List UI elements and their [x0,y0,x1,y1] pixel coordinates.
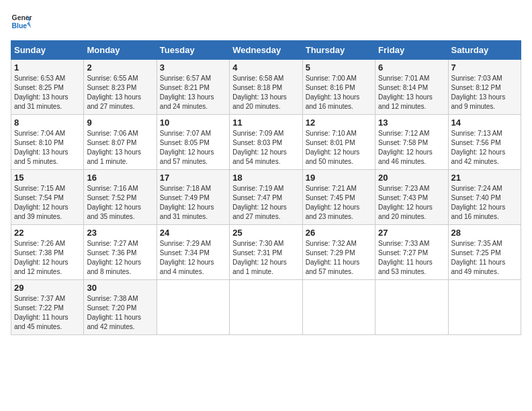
day-info: Sunrise: 7:33 AM Sunset: 7:27 PM Dayligh… [378,239,445,277]
day-cell: 15Sunrise: 7:15 AM Sunset: 7:54 PM Dayli… [11,170,84,225]
day-info: Sunrise: 7:26 AM Sunset: 7:38 PM Dayligh… [14,239,81,277]
col-header-sunday: Sunday [11,41,84,60]
col-header-friday: Friday [375,41,448,60]
day-cell: 6Sunrise: 7:01 AM Sunset: 8:14 PM Daylig… [375,60,448,115]
day-cell: 2Sunrise: 6:55 AM Sunset: 8:23 PM Daylig… [84,60,157,115]
day-info: Sunrise: 7:38 AM Sunset: 7:20 PM Dayligh… [87,294,153,332]
day-info: Sunrise: 7:04 AM Sunset: 8:10 PM Dayligh… [14,129,81,167]
day-cell: 22Sunrise: 7:26 AM Sunset: 7:38 PM Dayli… [11,225,84,280]
week-row-3: 15Sunrise: 7:15 AM Sunset: 7:54 PM Dayli… [11,170,521,225]
day-cell: 28Sunrise: 7:35 AM Sunset: 7:25 PM Dayli… [448,225,521,280]
day-info: Sunrise: 7:16 AM Sunset: 7:52 PM Dayligh… [87,184,153,222]
week-row-2: 8Sunrise: 7:04 AM Sunset: 8:10 PM Daylig… [11,115,521,170]
day-cell [302,280,375,335]
logo: General Blue [11,11,32,32]
day-cell: 17Sunrise: 7:18 AM Sunset: 7:49 PM Dayli… [157,170,229,225]
day-info: Sunrise: 7:03 AM Sunset: 8:12 PM Dayligh… [451,74,518,111]
day-cell: 18Sunrise: 7:19 AM Sunset: 7:47 PM Dayli… [230,170,302,225]
day-number: 26 [306,228,372,238]
day-number: 27 [378,228,445,238]
day-cell [375,280,448,335]
day-cell: 25Sunrise: 7:30 AM Sunset: 7:31 PM Dayli… [230,225,302,280]
col-header-thursday: Thursday [302,41,375,60]
day-cell [157,280,229,335]
day-number: 19 [306,173,372,183]
day-number: 2 [87,62,153,73]
day-info: Sunrise: 7:37 AM Sunset: 7:22 PM Dayligh… [14,294,81,332]
day-cell: 3Sunrise: 6:57 AM Sunset: 8:21 PM Daylig… [157,60,229,115]
day-number: 1 [14,62,81,73]
day-number: 11 [232,118,299,128]
day-number: 9 [87,118,153,128]
day-number: 20 [378,173,445,183]
week-row-1: 1Sunrise: 6:53 AM Sunset: 8:25 PM Daylig… [11,60,521,115]
day-info: Sunrise: 7:12 AM Sunset: 7:58 PM Dayligh… [378,129,445,167]
day-info: Sunrise: 7:15 AM Sunset: 7:54 PM Dayligh… [14,184,81,222]
day-cell: 23Sunrise: 7:27 AM Sunset: 7:36 PM Dayli… [84,225,157,280]
day-cell: 19Sunrise: 7:21 AM Sunset: 7:45 PM Dayli… [302,170,375,225]
day-number: 28 [451,228,518,238]
day-cell: 24Sunrise: 7:29 AM Sunset: 7:34 PM Dayli… [157,225,229,280]
day-number: 4 [232,62,299,73]
day-cell: 14Sunrise: 7:13 AM Sunset: 7:56 PM Dayli… [448,115,521,170]
day-cell: 29Sunrise: 7:37 AM Sunset: 7:22 PM Dayli… [11,280,84,335]
svg-text:Blue: Blue [12,22,28,30]
day-cell: 12Sunrise: 7:10 AM Sunset: 8:01 PM Dayli… [302,115,375,170]
day-info: Sunrise: 6:53 AM Sunset: 8:25 PM Dayligh… [14,74,81,111]
day-cell: 13Sunrise: 7:12 AM Sunset: 7:58 PM Dayli… [375,115,448,170]
week-row-5: 29Sunrise: 7:37 AM Sunset: 7:22 PM Dayli… [11,280,521,335]
day-info: Sunrise: 7:24 AM Sunset: 7:40 PM Dayligh… [451,184,518,222]
day-info: Sunrise: 6:55 AM Sunset: 8:23 PM Dayligh… [87,74,153,111]
day-number: 10 [160,118,226,128]
day-cell: 4Sunrise: 6:58 AM Sunset: 8:18 PM Daylig… [230,60,302,115]
col-header-saturday: Saturday [448,41,521,60]
day-info: Sunrise: 6:57 AM Sunset: 8:21 PM Dayligh… [160,74,226,111]
col-header-tuesday: Tuesday [157,41,229,60]
day-info: Sunrise: 7:32 AM Sunset: 7:29 PM Dayligh… [306,239,372,277]
day-cell: 16Sunrise: 7:16 AM Sunset: 7:52 PM Dayli… [84,170,157,225]
day-number: 18 [232,173,299,183]
day-number: 7 [451,62,518,73]
day-number: 15 [14,173,81,183]
day-info: Sunrise: 7:00 AM Sunset: 8:16 PM Dayligh… [306,74,372,111]
day-info: Sunrise: 7:29 AM Sunset: 7:34 PM Dayligh… [160,239,226,277]
day-cell: 8Sunrise: 7:04 AM Sunset: 8:10 PM Daylig… [11,115,84,170]
day-number: 8 [14,118,81,128]
day-number: 16 [87,173,153,183]
day-cell: 5Sunrise: 7:00 AM Sunset: 8:16 PM Daylig… [302,60,375,115]
day-info: Sunrise: 7:19 AM Sunset: 7:47 PM Dayligh… [232,184,299,222]
day-number: 3 [160,62,226,73]
col-header-monday: Monday [84,41,157,60]
day-number: 25 [232,228,299,238]
calendar-table: SundayMondayTuesdayWednesdayThursdayFrid… [11,40,521,335]
day-info: Sunrise: 7:35 AM Sunset: 7:25 PM Dayligh… [451,239,518,277]
day-number: 12 [306,118,372,128]
day-info: Sunrise: 7:13 AM Sunset: 7:56 PM Dayligh… [451,129,518,167]
day-info: Sunrise: 7:10 AM Sunset: 8:01 PM Dayligh… [306,129,372,167]
week-row-4: 22Sunrise: 7:26 AM Sunset: 7:38 PM Dayli… [11,225,521,280]
day-cell: 11Sunrise: 7:09 AM Sunset: 8:03 PM Dayli… [230,115,302,170]
day-info: Sunrise: 7:01 AM Sunset: 8:14 PM Dayligh… [378,74,445,111]
day-cell: 26Sunrise: 7:32 AM Sunset: 7:29 PM Dayli… [302,225,375,280]
logo-icon: General Blue [11,11,32,32]
day-info: Sunrise: 7:23 AM Sunset: 7:43 PM Dayligh… [378,184,445,222]
day-number: 23 [87,228,153,238]
day-info: Sunrise: 7:27 AM Sunset: 7:36 PM Dayligh… [87,239,153,277]
page-header: General Blue [11,11,521,32]
day-cell: 9Sunrise: 7:06 AM Sunset: 8:07 PM Daylig… [84,115,157,170]
day-info: Sunrise: 7:21 AM Sunset: 7:45 PM Dayligh… [306,184,372,222]
day-info: Sunrise: 7:06 AM Sunset: 8:07 PM Dayligh… [87,129,153,167]
day-info: Sunrise: 7:09 AM Sunset: 8:03 PM Dayligh… [232,129,299,167]
day-cell: 10Sunrise: 7:07 AM Sunset: 8:05 PM Dayli… [157,115,229,170]
day-cell [230,280,302,335]
day-number: 13 [378,118,445,128]
day-info: Sunrise: 7:07 AM Sunset: 8:05 PM Dayligh… [160,129,226,167]
day-cell: 21Sunrise: 7:24 AM Sunset: 7:40 PM Dayli… [448,170,521,225]
day-number: 29 [14,283,81,293]
day-info: Sunrise: 7:30 AM Sunset: 7:31 PM Dayligh… [232,239,299,277]
day-cell [448,280,521,335]
day-number: 21 [451,173,518,183]
col-header-wednesday: Wednesday [230,41,302,60]
day-number: 5 [306,62,372,73]
day-info: Sunrise: 6:58 AM Sunset: 8:18 PM Dayligh… [232,74,299,111]
